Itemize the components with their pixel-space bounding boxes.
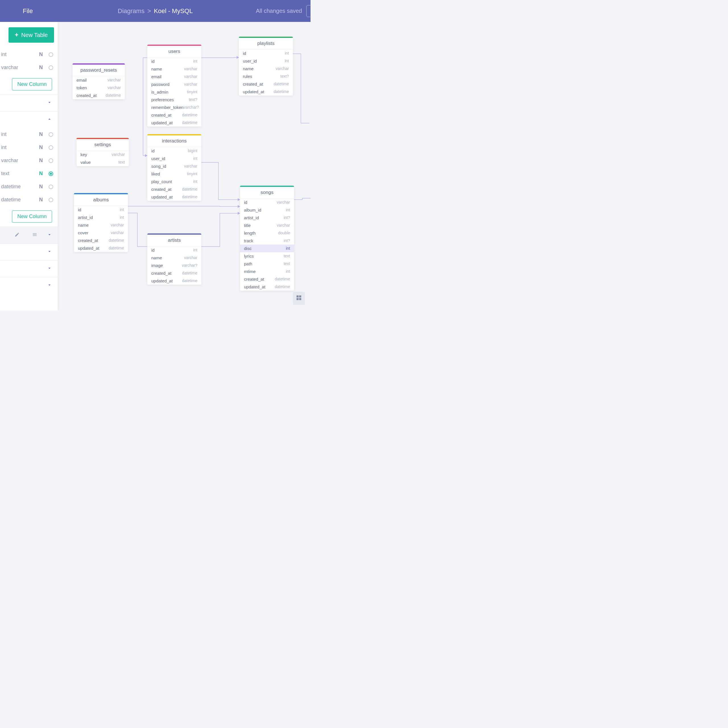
column-name: id — [78, 207, 81, 212]
table-column-row[interactable]: rulestext? — [239, 72, 293, 80]
table-column-row[interactable]: created_atdatetime — [147, 111, 201, 119]
table-column-row[interactable]: namevarchar — [239, 65, 293, 72]
table-artists[interactable]: artistsidintnamevarcharimagevarchar?crea… — [147, 234, 201, 284]
table-column-row[interactable]: pathtext — [240, 260, 294, 268]
table-column-row[interactable]: created_atdatetime — [240, 275, 294, 283]
column-row[interactable]: varcharN — [0, 61, 58, 74]
table-column-row[interactable]: titlevarchar — [240, 222, 294, 229]
table-playlists[interactable]: playlistsidintuser_idintnamevarcharrules… — [239, 37, 293, 96]
table-column-row[interactable]: keyvarchar — [76, 151, 129, 158]
file-menu[interactable]: File — [23, 8, 33, 15]
table-column-row[interactable]: artist_idint — [74, 214, 128, 221]
radio-icon[interactable] — [49, 145, 53, 150]
table-column-row[interactable]: updated_atdatetime — [147, 119, 201, 127]
new-column-button[interactable]: New Column — [12, 78, 52, 90]
table-column-row[interactable]: user_idint — [239, 57, 293, 65]
column-row[interactable]: intN — [0, 128, 58, 141]
radio-icon[interactable] — [49, 185, 53, 189]
table-column-row[interactable]: updated_atdatetime — [240, 283, 294, 291]
nullable-flag[interactable]: N — [37, 197, 44, 203]
sidebar-section-toggle[interactable] — [0, 260, 58, 277]
table-column-row[interactable]: remember_tokenvarchar? — [147, 104, 201, 111]
radio-icon[interactable] — [49, 171, 53, 176]
table-column-row[interactable]: mtimeint — [240, 268, 294, 275]
table-column-row[interactable]: created_atdatetime — [239, 80, 293, 88]
nullable-flag[interactable]: N — [37, 184, 44, 190]
table-column-row[interactable]: emailvarchar — [147, 73, 201, 81]
radio-icon[interactable] — [49, 158, 53, 163]
table-column-row[interactable]: updated_atdatetime — [147, 193, 201, 201]
sidebar-section-toggle[interactable] — [0, 111, 58, 128]
table-column-row[interactable]: valuetext — [76, 158, 129, 166]
table-column-row[interactable]: lengthdouble — [240, 229, 294, 237]
table-column-row[interactable]: play_countint — [147, 178, 201, 185]
table-interactions[interactable]: interactionsidbigintuser_idintsong_idvar… — [147, 134, 201, 201]
nullable-flag[interactable]: N — [37, 52, 44, 57]
table-column-row[interactable]: trackint? — [240, 237, 294, 245]
column-type: varchar — [277, 200, 290, 205]
table-column-row[interactable]: is_admintinyint — [147, 88, 201, 96]
table-column-row[interactable]: idint — [239, 49, 293, 57]
sidebar-section-toggle[interactable] — [0, 277, 58, 294]
table-column-row[interactable]: song_idvarchar — [147, 162, 201, 170]
table-column-row[interactable]: idvarchar — [240, 199, 294, 206]
table-albums[interactable]: albumsidintartist_idintnamevarcharcoverv… — [74, 193, 128, 252]
column-row[interactable]: intN — [0, 48, 58, 61]
radio-icon[interactable] — [49, 52, 53, 57]
nullable-flag[interactable]: N — [37, 64, 44, 70]
column-row[interactable]: textN — [0, 167, 58, 180]
table-column-row[interactable]: likedtinyint — [147, 170, 201, 178]
table-column-row[interactable]: created_atdatetime — [147, 185, 201, 193]
table-column-row[interactable]: idint — [147, 246, 201, 254]
table-settings[interactable]: settingskeyvarcharvaluetext — [76, 138, 129, 166]
nullable-flag[interactable]: N — [37, 132, 44, 138]
breadcrumb-root[interactable]: Diagrams — [118, 8, 144, 15]
table-column-row[interactable]: lyricstext — [240, 252, 294, 260]
table-column-row[interactable]: namevarchar — [147, 65, 201, 73]
table-password_resets[interactable]: password_resetsemailvarchartokenvarcharc… — [72, 63, 125, 99]
table-column-row[interactable]: created_atdatetime — [74, 237, 128, 244]
table-column-row[interactable]: created_atdatetime — [72, 92, 125, 99]
table-column-row[interactable]: idint — [74, 206, 128, 214]
column-row[interactable]: datetimeN — [0, 193, 58, 206]
table-songs[interactable]: songsidvarcharalbum_idintartist_idint?ti… — [240, 186, 294, 291]
sidebar-section-toggle[interactable] — [0, 243, 58, 260]
table-column-row[interactable]: emailvarchar — [72, 76, 125, 84]
new-table-button[interactable]: + New Table — [9, 27, 54, 43]
table-users[interactable]: usersidintnamevarcharemailvarcharpasswor… — [147, 44, 201, 127]
nullable-flag[interactable]: N — [37, 144, 44, 150]
table-column-row[interactable]: preferencestext? — [147, 96, 201, 104]
sidebar-section-toggle[interactable] — [0, 95, 58, 111]
table-column-row[interactable]: namevarchar — [74, 221, 128, 229]
nullable-flag[interactable]: N — [37, 171, 44, 177]
table-column-row[interactable]: passwordvarchar — [147, 81, 201, 88]
nullable-flag[interactable]: N — [37, 158, 44, 164]
table-column-row[interactable]: user_idint — [147, 155, 201, 162]
table-column-row[interactable]: covervarchar — [74, 229, 128, 237]
column-row[interactable]: intN — [0, 141, 58, 154]
column-row[interactable]: varcharN — [0, 154, 58, 167]
new-column-button[interactable]: New Column — [12, 210, 52, 223]
table-column-row[interactable]: updated_atdatetime — [239, 88, 293, 96]
search-box[interactable] — [306, 5, 310, 17]
column-type: datetime — [182, 278, 197, 283]
edit-icon[interactable] — [12, 232, 23, 238]
column-row[interactable]: datetimeN — [0, 180, 58, 193]
table-column-row[interactable]: tokenvarchar — [72, 84, 125, 92]
radio-icon[interactable] — [49, 66, 53, 70]
table-column-row[interactable]: idint — [147, 57, 201, 65]
table-column-row[interactable]: artist_idint? — [240, 214, 294, 222]
table-column-row[interactable]: album_idint — [240, 206, 294, 214]
menu-icon[interactable] — [29, 232, 40, 238]
table-column-row[interactable]: imagevarchar? — [147, 262, 201, 269]
radio-icon[interactable] — [49, 132, 53, 137]
grid-view-button[interactable] — [293, 292, 305, 305]
table-column-row[interactable]: namevarchar — [147, 254, 201, 262]
table-column-row[interactable]: discint — [240, 245, 294, 252]
radio-icon[interactable] — [49, 198, 53, 202]
table-column-row[interactable]: updated_atdatetime — [147, 277, 201, 284]
table-column-row[interactable]: updated_atdatetime — [74, 244, 128, 252]
diagram-canvas[interactable]: password_resetsemailvarchartokenvarcharc… — [58, 22, 310, 310]
table-column-row[interactable]: created_atdatetime — [147, 269, 201, 277]
table-column-row[interactable]: idbigint — [147, 147, 201, 155]
